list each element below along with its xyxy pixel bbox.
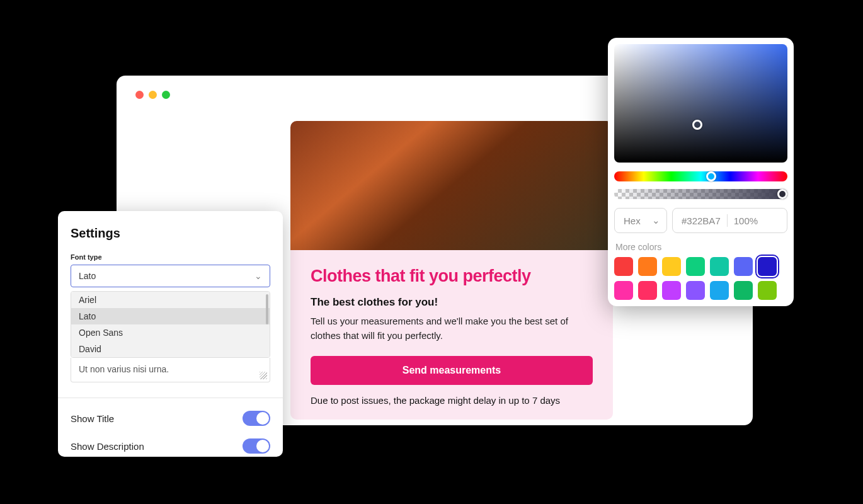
color-swatch[interactable]: [686, 257, 705, 276]
font-option-david[interactable]: David: [71, 341, 270, 357]
close-window-button[interactable]: [135, 91, 144, 99]
font-option-open-sans[interactable]: Open Sans: [71, 324, 270, 341]
color-swatch[interactable]: [614, 257, 633, 276]
show-title-toggle[interactable]: [243, 411, 270, 426]
color-swatch[interactable]: [734, 281, 753, 300]
color-picker-panel: Hex ⌄ #322BA7 100% More colors: [608, 38, 794, 306]
swatch-grid: [614, 257, 787, 300]
font-option-ariel[interactable]: Ariel: [71, 292, 270, 308]
color-swatch[interactable]: [758, 281, 777, 300]
more-colors-label: More colors: [615, 242, 786, 252]
description-textarea[interactable]: Ut non varius nisi urna.: [71, 358, 270, 382]
settings-title: Settings: [71, 226, 270, 241]
alpha-slider[interactable]: [614, 189, 787, 199]
color-format-select[interactable]: Hex ⌄: [614, 208, 667, 233]
chevron-down-icon: ⌄: [254, 271, 262, 281]
color-swatch[interactable]: [710, 257, 729, 276]
color-swatch[interactable]: [662, 257, 681, 276]
alpha-handle[interactable]: [777, 189, 787, 199]
send-measurements-button[interactable]: Send measurements: [311, 356, 593, 385]
hue-slider[interactable]: [614, 171, 787, 181]
input-separator: [727, 214, 728, 227]
font-type-value: Lato: [79, 271, 96, 281]
font-type-dropdown: Ariel Lato Open Sans David: [71, 291, 270, 358]
color-swatch[interactable]: [686, 281, 705, 300]
settings-divider: [58, 398, 283, 398]
color-swatch[interactable]: [734, 257, 753, 276]
maximize-window-button[interactable]: [162, 91, 170, 99]
saturation-value-area[interactable]: [614, 44, 787, 163]
card-description: Tell us your measurements and we'll make…: [311, 314, 593, 343]
font-type-label: Font type: [71, 253, 270, 261]
card-note: Due to post issues, the package might de…: [311, 395, 593, 406]
sv-handle[interactable]: [692, 120, 702, 130]
color-swatch[interactable]: [662, 281, 681, 300]
card-title: Clothes that fit you perfectly: [311, 266, 593, 286]
show-description-label: Show Description: [71, 441, 144, 452]
color-swatch[interactable]: [710, 281, 729, 300]
chevron-down-icon: ⌄: [652, 215, 660, 226]
hero-image: [290, 121, 613, 250]
hex-input[interactable]: #322BA7 100%: [672, 208, 787, 233]
font-option-lato[interactable]: Lato: [71, 308, 270, 324]
hue-handle[interactable]: [706, 171, 716, 181]
color-inputs-row: Hex ⌄ #322BA7 100%: [614, 208, 787, 233]
settings-panel: Settings Font type Lato ⌄ Ariel Lato Ope…: [58, 211, 283, 457]
color-format-value: Hex: [624, 215, 641, 226]
color-swatch[interactable]: [614, 281, 633, 300]
hex-value: #322BA7: [682, 215, 721, 226]
card-body: Clothes that fit you perfectly The best …: [290, 250, 613, 420]
minimize-window-button[interactable]: [149, 91, 157, 99]
show-description-toggle[interactable]: [243, 438, 270, 454]
show-title-row: Show Title: [71, 411, 270, 426]
color-swatch[interactable]: [638, 257, 657, 276]
show-title-label: Show Title: [71, 413, 114, 424]
opacity-value: 100%: [734, 215, 758, 226]
font-type-select[interactable]: Lato ⌄: [71, 265, 270, 287]
card-subtitle: The best clothes for you!: [311, 296, 593, 309]
show-description-row: Show Description: [71, 438, 270, 454]
color-swatch[interactable]: [638, 281, 657, 300]
preview-card: Clothes that fit you perfectly The best …: [290, 121, 613, 420]
color-swatch[interactable]: [758, 257, 777, 276]
